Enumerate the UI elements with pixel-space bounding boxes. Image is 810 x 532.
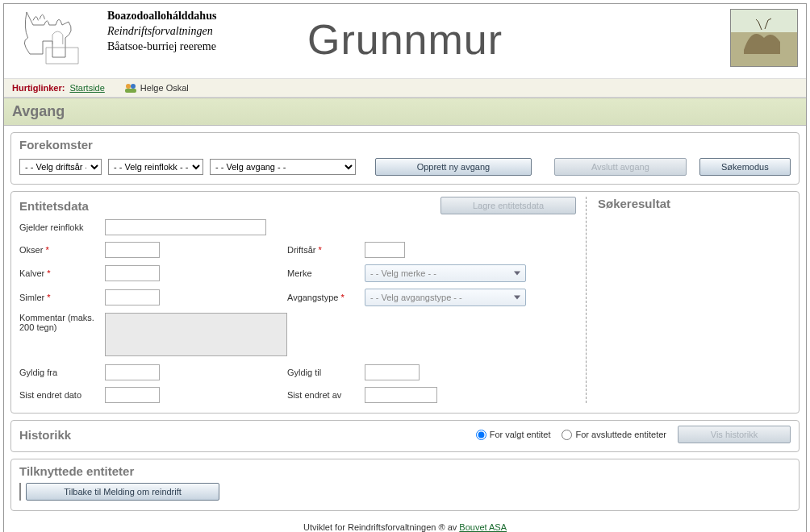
radio-valgt-entitet[interactable]: For valgt entitet <box>476 430 551 440</box>
header: Boazodoallohálddahus Reindriftsforvaltni… <box>4 4 806 78</box>
org-name-3: Båatsoe-burriej reereme <box>107 39 216 55</box>
quicklinks-bar: Hurtiglinker: Startside Helge Oskal <box>4 78 806 98</box>
label-kommentar: Kommentar (maks. 200 tegn) <box>19 313 100 332</box>
user-block: Helge Oskal <box>124 82 189 94</box>
section-title: Avgang <box>4 98 806 126</box>
label-okser: Okser * <box>19 245 100 255</box>
label-simler: Simler * <box>19 293 100 302</box>
logo-reindeer <box>12 9 93 69</box>
select-reinflokk[interactable]: - - Velg reinflokk - - <box>108 159 203 175</box>
gjelder-reinflokk-field <box>105 219 266 235</box>
divider-bar-icon <box>19 483 21 501</box>
panel-entitetsdata: Entitetsdata Lagre entitetsdata Gjelder … <box>10 191 800 414</box>
gyldigfra-field <box>105 364 160 380</box>
kalver-field[interactable] <box>105 265 160 281</box>
org-name-2: Reindriftsforvaltningen <box>107 24 216 39</box>
opprett-avgang-button[interactable]: Opprett ny avgang <box>375 158 532 176</box>
radio-valgt-entitet-input[interactable] <box>476 430 486 440</box>
select-driftsar[interactable]: - - Velg driftsår - - <box>19 159 102 175</box>
merke-dropdown[interactable]: - - Velg merke - - <box>365 264 526 282</box>
label-gyldigfra: Gyldig fra <box>19 368 100 377</box>
sokeresultat-title: Søkeresultat <box>598 197 791 215</box>
avgangstype-dropdown[interactable]: - - Velg avgangstype - - <box>365 289 526 306</box>
avslutt-avgang-button[interactable]: Avslutt avgang <box>554 158 687 176</box>
reindeer-photo <box>730 9 798 67</box>
panel-tilknyttede: Tilknyttede entiteter Tilbake til Meldin… <box>10 459 800 511</box>
svg-point-0 <box>126 84 131 89</box>
footer: Utviklet for Reindriftsforvaltningen ® a… <box>4 517 806 532</box>
sokemodus-button[interactable]: Søkemodus <box>699 158 791 176</box>
label-gyldigtil: Gyldig til <box>287 368 360 377</box>
tilbake-melding-button[interactable]: Tilbake til Melding om reindrift <box>26 483 219 501</box>
app-title: Grunnmur <box>307 15 503 64</box>
label-sistav: Sist endret av <box>287 390 360 400</box>
select-avgang[interactable]: - - Velg avgang - - <box>210 159 356 175</box>
reindeer-line-icon <box>12 9 93 67</box>
org-names: Boazodoallohálddahus Reindriftsforvaltni… <box>107 9 216 55</box>
org-name-1: Boazodoallohálddahus <box>107 9 216 24</box>
label-avgangstype: Avgangstype * <box>287 293 360 302</box>
link-startside[interactable]: Startside <box>69 83 104 93</box>
simler-field[interactable] <box>105 289 160 305</box>
entitetsdata-title: Entitetsdata <box>19 199 89 213</box>
okser-field[interactable] <box>105 242 160 258</box>
reindeer-photo-icon <box>736 18 792 58</box>
footer-text: Utviklet for Reindriftsforvaltningen ® a… <box>303 522 459 532</box>
svg-point-1 <box>131 84 136 89</box>
driftsar-field[interactable] <box>365 242 405 258</box>
lagre-entitetsdata-button[interactable]: Lagre entitetsdata <box>440 197 576 214</box>
forekomster-title: Forekomster <box>11 133 799 155</box>
sistendretav-field <box>365 387 437 403</box>
label-kalver: Kalver * <box>19 268 100 278</box>
panel-historikk: Historikk For valgt entitet For avslutte… <box>10 420 800 452</box>
user-name: Helge Oskal <box>140 83 189 93</box>
sokeresultat-panel: Søkeresultat <box>586 197 791 403</box>
label-driftsar: Driftsår * <box>287 245 360 255</box>
historikk-title: Historikk <box>19 428 71 442</box>
label-merke: Merke <box>287 268 360 278</box>
panel-forekomster: Forekomster - - Velg driftsår - - - - Ve… <box>10 132 800 185</box>
app-frame: Boazodoallohálddahus Reindriftsforvaltni… <box>3 3 807 532</box>
sistendretdato-field <box>105 387 160 403</box>
footer-link[interactable]: Bouvet ASA <box>459 522 507 532</box>
quicklinks-label: Hurtiglinker: <box>12 83 65 93</box>
vis-historikk-button[interactable]: Vis historikk <box>678 426 791 443</box>
label-sistdato: Sist endret dato <box>19 390 100 400</box>
tilknyttede-title: Tilknyttede entiteter <box>19 464 791 478</box>
radio-avsluttede-input[interactable] <box>562 430 572 440</box>
label-gjelder: Gjelder reinflokk <box>19 222 100 232</box>
radio-avsluttede[interactable]: For avsluttede entiteter <box>562 430 666 440</box>
gyldigtil-field <box>365 364 420 380</box>
entitetsdata-form: Entitetsdata Lagre entitetsdata Gjelder … <box>19 197 576 403</box>
kommentar-field[interactable] <box>105 313 287 356</box>
svg-rect-2 <box>125 89 136 93</box>
users-icon <box>124 82 137 94</box>
